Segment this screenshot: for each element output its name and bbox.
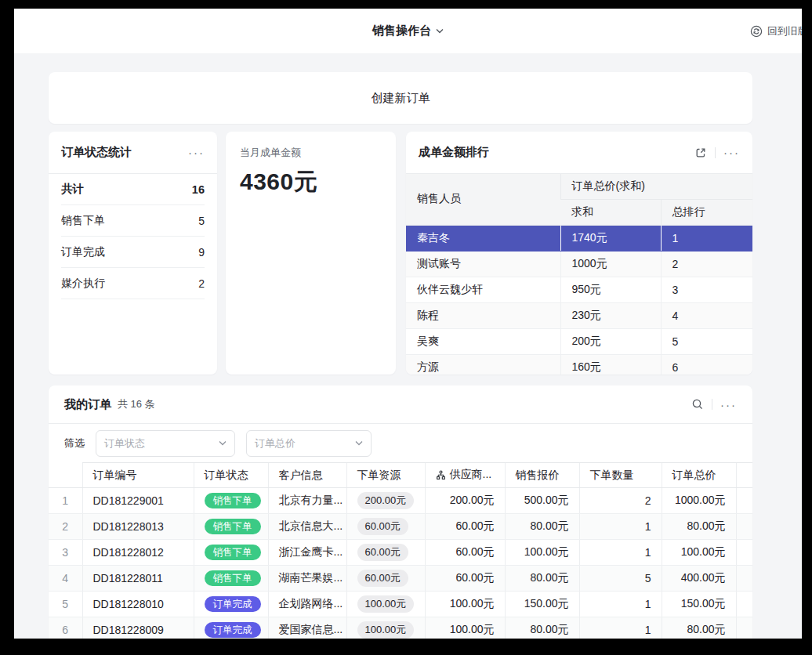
person-rank: 5 — [661, 328, 752, 354]
top-header-bar: 销售操作台 回到旧版 — [14, 9, 802, 53]
order-id: DD181228012 — [82, 540, 194, 566]
more-icon[interactable]: ··· — [188, 147, 205, 158]
more-icon[interactable]: ··· — [720, 399, 737, 411]
resource-tag: 60.00元 — [357, 570, 409, 587]
supplier-cell: 60.00元 — [425, 514, 505, 540]
status-value: 9 — [198, 246, 205, 259]
org-chart-icon — [436, 470, 446, 480]
qty-cell: 1 — [579, 514, 662, 540]
col-header-order-id[interactable]: 订单编号 — [82, 463, 194, 488]
col-header-sum: 求和 — [560, 199, 661, 225]
customer-cell: 企划路网络... — [268, 592, 346, 617]
supplier-cell: 60.00元 — [425, 566, 505, 592]
total-cell: 80.00元 — [662, 617, 736, 639]
order-row[interactable]: 5 DD181228010 订单完成 企划路网络... 100.00元 100.… — [49, 592, 752, 617]
divider — [715, 147, 716, 158]
amount-ranking-card: 成单金额排行 ··· 销售人员 订单总价(求和) — [406, 132, 752, 375]
col-header-supplier-label: 供应商... — [450, 468, 492, 482]
status-pill: 销售下单 — [205, 519, 261, 535]
customer-cell: 爱国家信息... — [268, 617, 346, 639]
status-label: 订单完成 — [61, 245, 105, 259]
person-sum: 160元 — [560, 354, 661, 375]
order-id: DD181228010 — [82, 592, 194, 617]
orders-table: 订单编号 订单状态 客户信息 下单资源 — [49, 462, 752, 639]
select-placeholder: 订单状态 — [104, 436, 145, 451]
workspace-switcher[interactable]: 销售操作台 — [14, 9, 802, 53]
chevron-down-icon — [355, 440, 363, 446]
ranking-row[interactable]: 吴爽 200元 5 — [406, 328, 752, 354]
total-cell: 400.00元 — [662, 566, 736, 592]
back-to-old-version-button[interactable]: 回到旧版 — [750, 9, 802, 53]
quote-cell: 500.00元 — [505, 488, 579, 514]
row-number: 1 — [49, 488, 82, 514]
sliver-cell — [736, 592, 752, 617]
total-cell: 1000.00元 — [662, 488, 736, 514]
sliver-cell — [736, 488, 752, 514]
status-row[interactable]: 销售下单 5 — [61, 205, 205, 237]
status-row-total[interactable]: 共计 16 — [61, 174, 205, 205]
col-header-rank: 总排行 — [661, 199, 752, 225]
monthly-amount-value: 4360元 — [240, 166, 382, 198]
chevron-down-icon — [219, 440, 227, 446]
col-header-rownum — [49, 463, 82, 488]
order-row[interactable]: 6 DD181228009 订单完成 爱国家信息... 100.00元 100.… — [49, 617, 752, 639]
person-sum: 1000元 — [560, 251, 661, 277]
status-card-header: 订单状态统计 ··· — [49, 132, 217, 174]
total-cell: 100.00元 — [662, 540, 736, 566]
status-pill: 订单完成 — [205, 596, 261, 613]
create-order-button[interactable]: 创建新订单 — [49, 72, 752, 124]
resource-tag: 60.00元 — [357, 518, 409, 535]
open-external-icon[interactable] — [694, 147, 707, 159]
select-placeholder: 订单总价 — [255, 436, 295, 451]
col-header-sliver — [736, 463, 752, 488]
status-pill: 销售下单 — [205, 493, 261, 509]
order-row[interactable]: 4 DD181228011 销售下单 湖南芒果娱... 60.00元 60.00… — [49, 566, 752, 592]
col-header-quote[interactable]: 销售报价 — [505, 463, 579, 488]
col-header-qty[interactable]: 下单数量 — [579, 463, 662, 488]
order-row[interactable]: 3 DD181228012 销售下单 浙江金鹰卡... 60.00元 60.00… — [49, 540, 752, 566]
ranking-row-selected[interactable]: 秦吉冬 1740元 1 — [406, 225, 752, 251]
status-row[interactable]: 媒介执行 2 — [61, 268, 205, 299]
customer-cell: 浙江金鹰卡... — [268, 540, 346, 566]
person-name: 陈程 — [406, 302, 560, 328]
ranking-row[interactable]: 伙伴云魏少轩 950元 3 — [406, 277, 752, 302]
order-row[interactable]: 1 DD181229001 销售下单 北京有力量... 200.00元 200.… — [49, 488, 752, 514]
total-cell: 150.00元 — [662, 592, 736, 617]
order-status-stats-card: 订单状态统计 ··· 共计 16 销售下单 5 订单完成 9 媒介执行 2 — [49, 132, 217, 375]
row-number: 3 — [49, 540, 82, 566]
supplier-cell: 60.00元 — [425, 540, 505, 566]
orders-card-title: 我的订单 — [64, 397, 111, 412]
status-pill: 销售下单 — [205, 545, 261, 561]
person-sum: 950元 — [560, 277, 661, 302]
order-id: DD181228013 — [82, 514, 194, 540]
col-header-order-status[interactable]: 订单状态 — [194, 463, 268, 488]
person-name: 秦吉冬 — [406, 225, 560, 251]
ranking-row[interactable]: 测试账号 1000元 2 — [406, 251, 752, 277]
col-header-resource[interactable]: 下单资源 — [346, 463, 425, 488]
quote-cell: 80.00元 — [505, 566, 579, 592]
status-card-title: 订单状态统计 — [61, 145, 132, 160]
col-header-total[interactable]: 订单总价 — [662, 463, 736, 488]
col-header-supplier[interactable]: 供应商... — [425, 463, 505, 488]
my-orders-card: 我的订单 共 16 条 ··· 筛选 订单状态 订单总 — [49, 385, 752, 639]
filter-order-total-select[interactable]: 订单总价 — [246, 430, 372, 457]
monthly-amount-label: 当月成单金额 — [240, 146, 382, 160]
filter-label: 筛选 — [64, 436, 85, 451]
col-header-person: 销售人员 — [406, 174, 560, 225]
supplier-cell: 100.00元 — [425, 617, 505, 639]
status-row[interactable]: 订单完成 9 — [61, 237, 205, 268]
ranking-row[interactable]: 方源 160元 6 — [406, 354, 752, 375]
qty-cell: 2 — [579, 488, 662, 514]
filter-order-status-select[interactable]: 订单状态 — [96, 430, 235, 457]
order-row[interactable]: 2 DD181228013 销售下单 北京信息大... 60.00元 60.00… — [49, 514, 752, 540]
person-name: 测试账号 — [406, 251, 560, 277]
orders-count: 共 16 条 — [118, 397, 155, 411]
row-number: 4 — [49, 566, 82, 592]
customer-cell: 北京信息大... — [268, 514, 346, 540]
search-icon[interactable] — [691, 398, 704, 411]
more-icon[interactable]: ··· — [723, 147, 740, 158]
col-header-customer[interactable]: 客户信息 — [268, 463, 346, 488]
ranking-row[interactable]: 陈程 230元 4 — [406, 302, 752, 328]
status-label: 共计 — [61, 182, 84, 197]
sliver-cell — [736, 566, 752, 592]
